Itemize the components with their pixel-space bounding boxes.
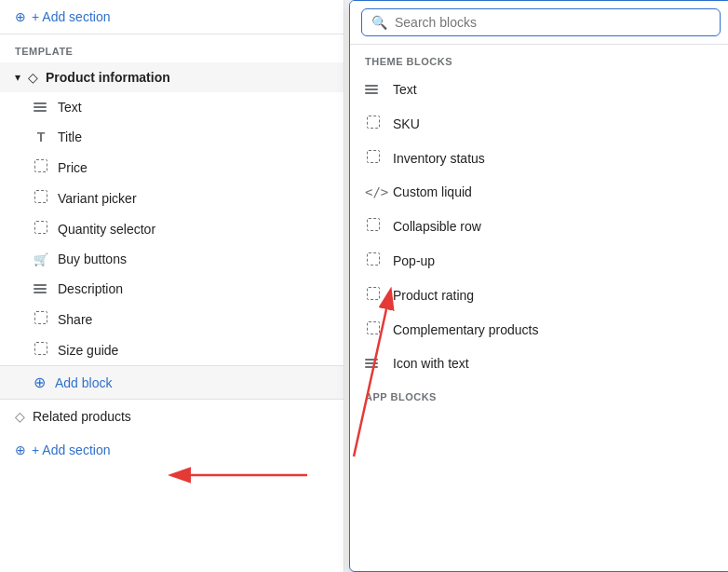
shield-icon: ◇ (28, 70, 38, 85)
add-section-top-label: + Add section (32, 9, 110, 24)
add-section-top-link[interactable]: ⊕ + Add section (15, 9, 329, 24)
block-item-label: Text (58, 100, 82, 115)
cart-icon: 🛒 (34, 252, 48, 266)
list-item[interactable]: T Title (0, 122, 344, 152)
block-item-label: Share (58, 312, 92, 327)
list-item[interactable]: 🛒 Buy buttons (0, 244, 344, 274)
dropdown-item-label: Icon with text (393, 356, 469, 371)
block-item-label: Description (58, 281, 123, 296)
search-container: 🔍 (350, 1, 728, 45)
search-input[interactable] (395, 15, 710, 30)
dropdown-item[interactable]: Pop-up (350, 243, 728, 278)
template-label: TEMPLATE (0, 34, 344, 62)
dropdown-item-label: Complementary products (393, 322, 538, 337)
search-icon: 🔍 (371, 15, 387, 30)
plus-circle-icon: ⊕ (15, 9, 26, 24)
dashed-box-icon (365, 252, 382, 268)
related-products-label: Related products (33, 409, 131, 424)
dropdown-item-label: Product rating (393, 288, 474, 303)
related-products-item[interactable]: ◇ Related products (0, 400, 344, 433)
search-blocks-dropdown: 🔍 THEME BLOCKS Text SKU Inventory status… (349, 0, 728, 572)
lines-icon (34, 284, 48, 293)
dropdown-item[interactable]: Icon with text (350, 347, 728, 380)
dashed-box-icon (34, 190, 48, 206)
lines-icon (34, 102, 48, 112)
plus-circle-icon: ⊕ (34, 374, 46, 391)
product-info-title: Product information (46, 70, 170, 85)
block-item-label: Title (58, 129, 82, 144)
add-block-label: Add block (55, 375, 112, 390)
search-box: 🔍 (361, 8, 721, 36)
dropdown-item-product-rating[interactable]: Product rating (350, 278, 728, 312)
app-blocks-label: APP BLOCKS (350, 380, 728, 408)
list-item[interactable]: Variant picker (0, 183, 344, 213)
dashed-box-icon (365, 116, 382, 131)
dropdown-item[interactable]: Inventory status (350, 141, 728, 175)
add-block-button[interactable]: ⊕ Add block (0, 365, 344, 400)
dropdown-item[interactable]: Text (350, 73, 728, 106)
dashed-box-icon (34, 221, 48, 237)
dropdown-item[interactable]: SKU (350, 106, 728, 141)
list-item[interactable]: Description (0, 274, 344, 304)
dropdown-item-label: Custom liquid (393, 184, 472, 199)
list-item[interactable]: Price (0, 152, 344, 183)
chevron-down-icon: ▾ (15, 71, 20, 84)
code-icon: </> (365, 184, 382, 199)
block-item-label: Quantity selector (58, 222, 155, 237)
dashed-box-icon (365, 150, 382, 166)
block-item-label: Buy buttons (58, 252, 127, 266)
dashed-box-icon (34, 159, 48, 175)
left-panel: ⊕ + Add section TEMPLATE ▾ ◇ Product inf… (0, 0, 344, 572)
T-icon: T (34, 129, 48, 144)
dropdown-item-complementary-products[interactable]: Complementary products (350, 312, 728, 347)
list-item[interactable]: Quantity selector (0, 213, 344, 244)
dashed-box-icon (34, 342, 48, 358)
dashed-box-icon (365, 218, 382, 234)
list-item[interactable]: Share (0, 304, 344, 334)
diamond-icon: ◇ (15, 409, 25, 424)
theme-blocks-label: THEME BLOCKS (350, 45, 728, 73)
list-item[interactable]: Size guide (0, 334, 344, 365)
block-item-label: Variant picker (58, 191, 137, 206)
lines-icon (365, 359, 382, 368)
dashed-box-icon (365, 287, 382, 303)
dropdown-item-label: Text (393, 82, 417, 97)
block-list: Text T Title Price Variant picker Quanti… (0, 92, 344, 365)
list-item[interactable]: Text (0, 92, 344, 122)
add-section-bottom-link[interactable]: ⊕ + Add section (15, 443, 329, 457)
add-section-top: ⊕ + Add section (0, 0, 344, 34)
dropdown-item-label: Inventory status (393, 151, 485, 166)
plus-circle-icon: ⊕ (15, 443, 26, 457)
lines-icon (365, 85, 382, 94)
dropdown-item[interactable]: </> Custom liquid (350, 175, 728, 209)
product-info-header[interactable]: ▾ ◇ Product information (0, 62, 344, 92)
dropdown-item-label: Collapsible row (393, 219, 481, 234)
add-section-bottom-label: + Add section (32, 443, 110, 457)
add-section-bottom: ⊕ + Add section (0, 433, 344, 467)
block-item-label: Price (58, 160, 88, 175)
dropdown-item-collapsible-row[interactable]: Collapsible row (350, 209, 728, 243)
dropdown-item-label: SKU (393, 116, 420, 131)
dropdown-item-label: Pop-up (393, 253, 435, 268)
block-item-label: Size guide (58, 343, 118, 358)
dashed-box-icon (365, 321, 382, 337)
dashed-box-icon (34, 311, 48, 327)
